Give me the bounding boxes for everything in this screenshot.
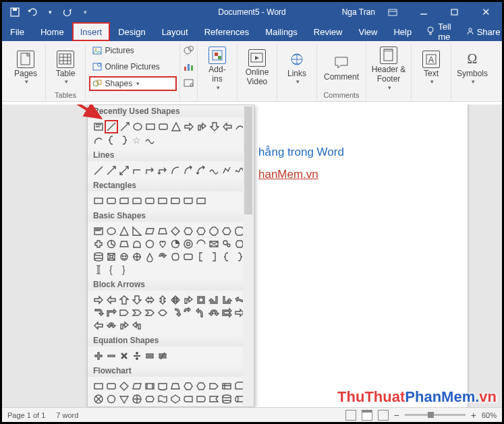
- shape-arrows-grid-27[interactable]: [130, 319, 143, 332]
- shape-r9[interactable]: [194, 194, 207, 207]
- shape-arrows-grid-15[interactable]: [130, 306, 143, 319]
- table-button[interactable]: Table ▾: [50, 44, 81, 89]
- shape-arrows-grid-16[interactable]: [143, 306, 156, 319]
- shape-arrows-grid-17[interactable]: [156, 306, 169, 319]
- shape-flow-grid-6[interactable]: [169, 380, 181, 392]
- save-icon[interactable]: [7, 5, 22, 20]
- shape-flow-grid-13[interactable]: [105, 392, 117, 405]
- zoom-level[interactable]: 60%: [482, 411, 497, 419]
- shape-scribble[interactable]: [143, 133, 156, 146]
- shape-arrows-grid-24[interactable]: [92, 319, 105, 332]
- redo-icon[interactable]: [60, 5, 75, 20]
- shape-arrows-grid-13[interactable]: [105, 306, 117, 319]
- shape-freeform[interactable]: [220, 164, 233, 177]
- chart-button[interactable]: [183, 61, 195, 75]
- text-button[interactable]: A Text ▾: [416, 44, 447, 89]
- shape-arrows-grid-9[interactable]: [207, 293, 220, 306]
- links-button[interactable]: Links ▾: [281, 44, 312, 89]
- zoom-slider[interactable]: [405, 414, 466, 416]
- comment-button[interactable]: Comment: [321, 44, 362, 89]
- shape-arrows-grid-10[interactable]: [220, 293, 233, 306]
- tab-view[interactable]: View: [350, 22, 385, 41]
- tab-design[interactable]: Design: [110, 22, 153, 41]
- shape-basic-grid-14[interactable]: [117, 237, 130, 250]
- shape-line-plain[interactable]: [92, 164, 105, 177]
- user-name[interactable]: Nga Tran: [342, 7, 375, 17]
- shape-arrows-grid-7[interactable]: [181, 293, 194, 306]
- shapes-panel-scrollbar[interactable]: [243, 105, 254, 406]
- shape-basic-grid-30[interactable]: [169, 250, 181, 263]
- shape-arrows-grid-6[interactable]: [169, 293, 181, 306]
- shape-arrows-grid-1[interactable]: [105, 293, 117, 306]
- shape-basic-grid-26[interactable]: [117, 250, 130, 263]
- close-icon[interactable]: ✕: [472, 3, 499, 22]
- shape-arrow-left[interactable]: [221, 120, 233, 133]
- tab-review[interactable]: Review: [306, 22, 351, 41]
- shape-basic-grid-32[interactable]: [194, 250, 207, 263]
- share-button[interactable]: Share: [458, 22, 504, 41]
- header-footer-button[interactable]: Header & Footer ▾: [370, 44, 407, 91]
- shape-flow-grid-9[interactable]: [207, 380, 220, 392]
- shape-basic-grid-31[interactable]: [181, 250, 194, 263]
- shape-basic-grid-28[interactable]: [143, 250, 156, 263]
- shape-arc[interactable]: [92, 133, 105, 146]
- tab-layout[interactable]: Layout: [154, 22, 196, 41]
- undo-dropdown-icon[interactable]: ▾: [43, 5, 57, 20]
- shape-basic-grid-24[interactable]: [92, 250, 105, 263]
- shape-flow-grid-4[interactable]: [143, 380, 156, 392]
- status-page[interactable]: Page 1 of 1: [7, 411, 45, 419]
- shape-arrows-grid-4[interactable]: [143, 293, 156, 306]
- shape-basic-grid-18[interactable]: [169, 237, 181, 250]
- shape-basic-grid-0[interactable]: [92, 224, 105, 237]
- shape-basic-grid-38[interactable]: }: [117, 263, 130, 276]
- shape-oval[interactable]: [131, 120, 144, 133]
- shape-flow-grid-3[interactable]: [130, 380, 143, 392]
- shape-basic-grid-5[interactable]: [156, 224, 169, 237]
- shape-basic-grid-20[interactable]: [194, 237, 207, 250]
- zoom-in-icon[interactable]: +: [471, 410, 476, 421]
- shape-r3[interactable]: [117, 194, 130, 207]
- shape-basic-grid-17[interactable]: [156, 237, 169, 250]
- shape-basic-grid-15[interactable]: [130, 237, 143, 250]
- shape-line-arrow2[interactable]: [105, 164, 117, 177]
- shape-arrow-right[interactable]: [182, 120, 195, 133]
- shape-flow-grid-20[interactable]: [194, 392, 207, 405]
- shape-elbow[interactable]: [130, 164, 143, 177]
- tell-me[interactable]: Tell me: [420, 22, 458, 41]
- zoom-slider-thumb[interactable]: [428, 412, 434, 418]
- shape-basic-grid-3[interactable]: [130, 224, 143, 237]
- shape-triangle[interactable]: [169, 120, 182, 133]
- shape-arrows-grid-20[interactable]: [194, 306, 207, 319]
- minimize-icon[interactable]: [410, 3, 437, 22]
- shapes-button[interactable]: Shapes▾: [89, 76, 177, 91]
- shape-r6[interactable]: [156, 194, 169, 207]
- shape-not-equal[interactable]: [156, 349, 169, 362]
- shape-arrows-grid-12[interactable]: [92, 306, 105, 319]
- shape-basic-grid-10[interactable]: [220, 224, 233, 237]
- shape-r7[interactable]: [169, 194, 181, 207]
- pages-button[interactable]: Pages ▾: [10, 44, 41, 89]
- maximize-icon[interactable]: [441, 3, 468, 22]
- shape-minus[interactable]: [105, 349, 117, 362]
- shape-flow-grid-21[interactable]: [207, 392, 220, 405]
- shape-flow-grid-2[interactable]: [117, 380, 130, 392]
- shape-basic-grid-13[interactable]: [105, 237, 117, 250]
- shape-roundrect[interactable]: [157, 120, 169, 133]
- symbols-button[interactable]: Ω Symbols ▾: [455, 44, 489, 89]
- document-link[interactable]: hanMem.vn: [258, 168, 318, 181]
- shape-bent-arrow[interactable]: [195, 120, 208, 133]
- shape-basic-grid-4[interactable]: [143, 224, 156, 237]
- shape-basic-grid-33[interactable]: [207, 250, 220, 263]
- view-web-layout-icon[interactable]: [378, 410, 389, 421]
- scrollbar-thumb[interactable]: [244, 107, 252, 214]
- shape-r2[interactable]: [105, 194, 117, 207]
- shape-basic-grid-2[interactable]: [117, 224, 130, 237]
- shape-flow-grid-22[interactable]: [220, 392, 233, 405]
- shape-basic-grid-21[interactable]: [207, 237, 220, 250]
- tab-mailings[interactable]: Mailings: [257, 22, 306, 41]
- shape-basic-grid-16[interactable]: [143, 237, 156, 250]
- shape-flow-grid-8[interactable]: [194, 380, 207, 392]
- shape-arrows-grid-8[interactable]: [194, 293, 207, 306]
- pictures-button[interactable]: Pictures: [89, 44, 177, 57]
- view-print-layout-icon[interactable]: [362, 410, 372, 421]
